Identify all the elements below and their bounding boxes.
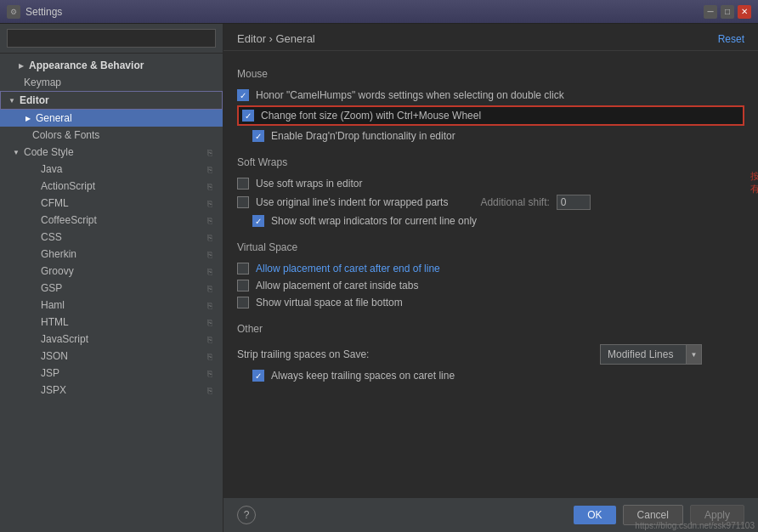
sidebar-item-keymap[interactable]: Keymap xyxy=(0,74,223,91)
change-font-size-checkbox[interactable] xyxy=(242,110,254,122)
window-title: Settings xyxy=(25,6,704,18)
allow-caret-after-end-label: Allow placement of caret after end of li… xyxy=(256,263,440,274)
content-body: 按住Ctrl+鼠标滚轮可以调整字体大小,默认没有选中,选中后可以使用该功能 Mo… xyxy=(223,51,758,497)
allow-caret-inside-tabs-checkbox[interactable] xyxy=(237,280,249,291)
dragndrop-checkbox[interactable] xyxy=(252,130,264,142)
content-area: Editor › General Reset 按住Ctrl+鼠标滚轮可以调整字体… xyxy=(223,24,758,532)
coffeescript-copy-icon: ⎘ xyxy=(204,214,216,226)
window-controls: ─ □ ✕ xyxy=(704,5,751,19)
show-virtual-space-label: Show virtual space at file bottom xyxy=(256,297,403,308)
general-arrow-icon: ▶ xyxy=(24,115,32,122)
breadcrumb: Editor › General xyxy=(237,32,315,45)
sidebar-item-actionscript[interactable]: ActionScript ⎘ xyxy=(0,178,223,195)
main-container: ▶ Appearance & Behavior Keymap ▼ Editor … xyxy=(0,24,758,532)
reset-link[interactable]: Reset xyxy=(718,33,744,45)
editor-arrow-icon: ▼ xyxy=(8,97,16,105)
always-keep-trailing-row: Always keep trailing spaces on caret lin… xyxy=(237,367,744,384)
sidebar-item-appearance[interactable]: ▶ Appearance & Behavior xyxy=(0,57,223,74)
arrow-icon: ▶ xyxy=(17,62,25,70)
sidebar-item-jspx[interactable]: JSPX ⎘ xyxy=(0,382,223,399)
dragndrop-label: Enable Drag'n'Drop functionality in edit… xyxy=(271,130,455,142)
jsp-copy-icon: ⎘ xyxy=(204,367,216,379)
sidebar-item-json[interactable]: JSON ⎘ xyxy=(0,348,223,365)
dragndrop-row: Enable Drag'n'Drop functionality in edit… xyxy=(237,127,744,144)
javascript-copy-icon: ⎘ xyxy=(204,333,216,345)
honor-camelhumps-checkbox[interactable] xyxy=(237,89,249,101)
use-original-indent-checkbox[interactable] xyxy=(237,196,249,208)
java-copy-icon: ⎘ xyxy=(204,163,216,175)
sidebar-item-colors-fonts[interactable]: Colors & Fonts xyxy=(0,127,223,144)
content-header: Editor › General Reset xyxy=(223,24,758,51)
use-soft-wraps-row: Use soft wraps in editor xyxy=(237,175,744,192)
show-virtual-space-checkbox[interactable] xyxy=(237,297,249,308)
allow-caret-inside-tabs-label: Allow placement of caret inside tabs xyxy=(256,280,418,291)
jspx-copy-icon: ⎘ xyxy=(204,384,216,396)
minimize-button[interactable]: ─ xyxy=(704,5,717,19)
honor-camelhumps-row: Honor "CamelHumps" words settings when s… xyxy=(237,87,744,104)
soft-wraps-section-label: Soft Wraps xyxy=(237,156,744,168)
title-bar: ⚙ Settings ─ □ ✕ xyxy=(0,0,758,24)
sidebar-item-gsp[interactable]: GSP ⎘ xyxy=(0,280,223,297)
watermark: https://blog.csdn.net/ssk971103 xyxy=(635,521,755,530)
sidebar-item-haml[interactable]: Haml ⎘ xyxy=(0,297,223,314)
sidebar-item-code-style[interactable]: ▼ Code Style ⎘ xyxy=(0,144,223,161)
mouse-section-label: Mouse xyxy=(237,68,744,80)
sidebar-item-java[interactable]: Java ⎘ xyxy=(0,161,223,178)
show-wrap-indicators-checkbox[interactable] xyxy=(252,215,264,227)
sidebar-item-javascript[interactable]: JavaScript ⎘ xyxy=(0,331,223,348)
strip-trailing-dropdown-arrow[interactable]: ▼ xyxy=(686,345,701,364)
code-style-arrow-icon: ▼ xyxy=(12,149,20,156)
other-section-label: Other xyxy=(237,323,744,335)
app-icon: ⚙ xyxy=(7,5,20,19)
virtual-space-section-label: Virtual Space xyxy=(237,241,744,253)
copy-icon: ⎘ xyxy=(204,146,216,158)
html-copy-icon: ⎘ xyxy=(204,316,216,328)
gsp-copy-icon: ⎘ xyxy=(204,282,216,294)
sidebar-item-jsp[interactable]: JSP ⎘ xyxy=(0,365,223,382)
show-virtual-space-row: Show virtual space at file bottom xyxy=(237,294,744,311)
ok-button[interactable]: OK xyxy=(574,506,615,524)
sidebar-item-general[interactable]: ▶ General xyxy=(0,110,223,127)
maximize-button[interactable]: □ xyxy=(721,5,734,19)
annotation-tooltip: 按住Ctrl+鼠标滚轮可以调整字体大小,默认没有选中,选中后可以使用该功能 xyxy=(750,170,758,196)
close-button[interactable]: ✕ xyxy=(738,5,751,19)
use-original-indent-label: Use original line's indent for wrapped p… xyxy=(256,196,448,208)
use-soft-wraps-checkbox[interactable] xyxy=(237,178,249,190)
sidebar-item-cfml[interactable]: CFML ⎘ xyxy=(0,195,223,212)
honor-camelhumps-label: Honor "CamelHumps" words settings when s… xyxy=(256,89,564,101)
sidebar-item-coffeescript[interactable]: CoffeeScript ⎘ xyxy=(0,212,223,229)
show-wrap-indicators-row: Show soft wrap indicators for current li… xyxy=(237,212,744,229)
sidebar-item-groovy[interactable]: Groovy ⎘ xyxy=(0,263,223,280)
help-button[interactable]: ? xyxy=(237,506,256,524)
always-keep-trailing-label: Always keep trailing spaces on caret lin… xyxy=(271,370,455,382)
tree-container: ▶ Appearance & Behavior Keymap ▼ Editor … xyxy=(0,54,223,532)
cfml-copy-icon: ⎘ xyxy=(204,197,216,209)
strip-trailing-combo[interactable]: Modified Lines ▼ xyxy=(600,344,702,365)
allow-caret-after-end-row: Allow placement of caret after end of li… xyxy=(237,260,744,277)
sidebar-item-editor[interactable]: ▼ Editor xyxy=(0,91,223,110)
actionscript-copy-icon: ⎘ xyxy=(204,180,216,192)
allow-caret-after-end-checkbox[interactable] xyxy=(237,263,249,274)
sidebar-item-html[interactable]: HTML ⎘ xyxy=(0,314,223,331)
gherkin-copy-icon: ⎘ xyxy=(204,248,216,260)
json-copy-icon: ⎘ xyxy=(204,350,216,362)
sidebar-item-gherkin[interactable]: Gherkin ⎘ xyxy=(0,246,223,263)
show-wrap-indicators-label: Show soft wrap indicators for current li… xyxy=(271,215,477,227)
strip-trailing-row: Strip trailing spaces on Save: Modified … xyxy=(237,342,744,367)
haml-copy-icon: ⎘ xyxy=(204,299,216,311)
sidebar: ▶ Appearance & Behavior Keymap ▼ Editor … xyxy=(0,24,223,532)
groovy-copy-icon: ⎘ xyxy=(204,265,216,277)
sidebar-item-css[interactable]: CSS ⎘ xyxy=(0,229,223,246)
search-box xyxy=(0,24,223,54)
additional-shift-label: Additional shift: xyxy=(480,196,549,208)
always-keep-trailing-checkbox[interactable] xyxy=(252,370,264,382)
additional-shift-input[interactable] xyxy=(557,195,591,210)
strip-trailing-value: Modified Lines xyxy=(601,347,686,362)
search-input[interactable] xyxy=(7,29,216,48)
change-font-size-label: Change font size (Zoom) with Ctrl+Mouse … xyxy=(261,110,481,122)
allow-caret-inside-tabs-row: Allow placement of caret inside tabs xyxy=(237,277,744,294)
strip-trailing-label: Strip trailing spaces on Save: xyxy=(237,348,369,360)
change-font-size-row: Change font size (Zoom) with Ctrl+Mouse … xyxy=(237,105,744,126)
use-original-indent-row: Use original line's indent for wrapped p… xyxy=(237,192,744,212)
css-copy-icon: ⎘ xyxy=(204,231,216,243)
